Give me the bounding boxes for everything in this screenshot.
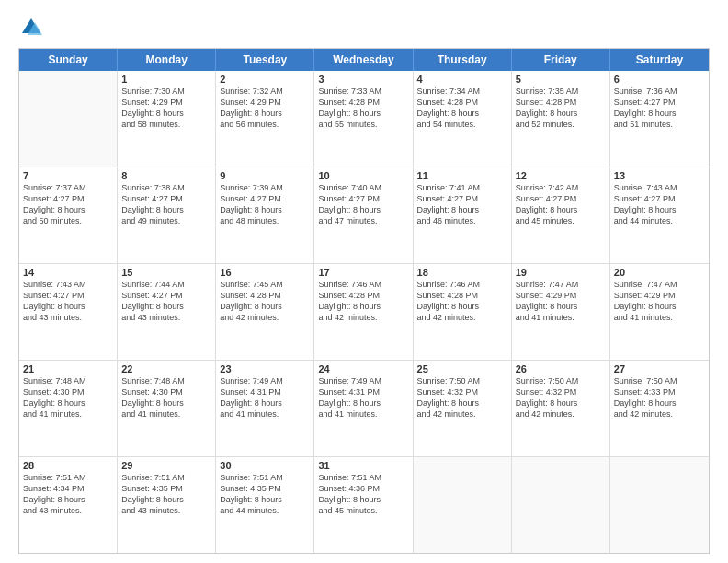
- day-number: 10: [318, 170, 408, 181]
- cell-line: and 54 minutes.: [417, 119, 507, 130]
- cell-line: Sunrise: 7:32 AM: [220, 86, 310, 97]
- cell-line: and 50 minutes.: [23, 215, 113, 226]
- cell-line: and 43 minutes.: [121, 505, 211, 516]
- day-number: 4: [417, 74, 507, 85]
- cal-cell: 13Sunrise: 7:43 AMSunset: 4:27 PMDayligh…: [610, 167, 709, 263]
- cell-line: Sunset: 4:28 PM: [417, 290, 507, 301]
- cal-cell: 22Sunrise: 7:48 AMSunset: 4:30 PMDayligh…: [118, 361, 216, 456]
- cal-cell: [610, 457, 709, 553]
- cell-line: Daylight: 8 hours: [121, 301, 211, 312]
- cal-cell: 14Sunrise: 7:43 AMSunset: 4:27 PMDayligh…: [19, 264, 118, 360]
- cell-line: and 43 minutes.: [23, 312, 113, 323]
- day-number: 14: [23, 267, 113, 278]
- day-number: 6: [614, 74, 705, 85]
- cell-line: and 46 minutes.: [417, 215, 507, 226]
- cell-line: Sunset: 4:27 PM: [318, 193, 408, 204]
- day-number: 16: [220, 267, 310, 278]
- cell-line: Sunrise: 7:46 AM: [318, 279, 408, 290]
- cal-cell: 30Sunrise: 7:51 AMSunset: 4:35 PMDayligh…: [216, 457, 314, 553]
- cell-line: and 42 minutes.: [220, 312, 310, 323]
- day-number: 20: [614, 267, 705, 278]
- cell-line: Sunrise: 7:36 AM: [614, 86, 705, 97]
- day-header-saturday: Saturday: [610, 49, 709, 71]
- cal-cell: 28Sunrise: 7:51 AMSunset: 4:34 PMDayligh…: [19, 457, 118, 553]
- cell-line: Sunrise: 7:44 AM: [121, 279, 211, 290]
- cell-line: Sunrise: 7:38 AM: [121, 182, 211, 193]
- cell-line: Sunset: 4:27 PM: [121, 193, 211, 204]
- cell-line: Daylight: 8 hours: [318, 494, 408, 505]
- day-header-sunday: Sunday: [19, 49, 118, 71]
- day-number: 3: [318, 74, 408, 85]
- cell-line: Sunrise: 7:43 AM: [614, 182, 705, 193]
- cal-cell: 31Sunrise: 7:51 AMSunset: 4:36 PMDayligh…: [314, 457, 413, 553]
- cell-line: Daylight: 8 hours: [417, 301, 507, 312]
- cell-line: Sunset: 4:36 PM: [318, 483, 408, 494]
- cell-line: Sunset: 4:29 PM: [614, 290, 705, 301]
- day-number: 15: [121, 267, 211, 278]
- cell-line: and 52 minutes.: [516, 119, 606, 130]
- day-number: 26: [516, 363, 606, 374]
- cell-line: Sunrise: 7:40 AM: [318, 182, 408, 193]
- logo: [18, 15, 48, 40]
- cell-line: Sunrise: 7:50 AM: [614, 375, 705, 386]
- cal-cell: 15Sunrise: 7:44 AMSunset: 4:27 PMDayligh…: [118, 264, 216, 360]
- day-number: 29: [121, 460, 211, 471]
- cell-line: and 58 minutes.: [121, 119, 211, 130]
- cell-line: Sunrise: 7:33 AM: [318, 86, 408, 97]
- cell-line: Sunset: 4:35 PM: [220, 483, 310, 494]
- day-number: 31: [318, 460, 408, 471]
- day-header-wednesday: Wednesday: [314, 49, 413, 71]
- cell-line: and 45 minutes.: [318, 505, 408, 516]
- cell-line: Sunrise: 7:49 AM: [318, 375, 408, 386]
- cell-line: Sunset: 4:27 PM: [23, 193, 113, 204]
- cell-line: Sunrise: 7:30 AM: [121, 86, 211, 97]
- cell-line: and 41 minutes.: [516, 312, 606, 323]
- header: [18, 15, 710, 40]
- day-number: 12: [516, 170, 606, 181]
- cell-line: Daylight: 8 hours: [121, 108, 211, 119]
- cell-line: Daylight: 8 hours: [417, 108, 507, 119]
- cell-line: and 42 minutes.: [516, 408, 606, 419]
- cell-line: Sunset: 4:27 PM: [614, 193, 705, 204]
- cell-line: Daylight: 8 hours: [417, 397, 507, 408]
- day-number: 27: [614, 363, 705, 374]
- cal-cell: 2Sunrise: 7:32 AMSunset: 4:29 PMDaylight…: [216, 71, 314, 167]
- cell-line: Sunrise: 7:43 AM: [23, 279, 113, 290]
- cell-line: Daylight: 8 hours: [417, 204, 507, 215]
- cell-line: Daylight: 8 hours: [516, 204, 606, 215]
- cell-line: and 51 minutes.: [614, 119, 705, 130]
- cell-line: and 42 minutes.: [417, 408, 507, 419]
- cell-line: Daylight: 8 hours: [23, 494, 113, 505]
- calendar-body: 1Sunrise: 7:30 AMSunset: 4:29 PMDaylight…: [19, 71, 709, 553]
- cell-line: Sunrise: 7:39 AM: [220, 182, 310, 193]
- cell-line: Daylight: 8 hours: [516, 301, 606, 312]
- day-number: 11: [417, 170, 507, 181]
- week-row-2: 7Sunrise: 7:37 AMSunset: 4:27 PMDaylight…: [19, 167, 709, 264]
- cal-cell: 19Sunrise: 7:47 AMSunset: 4:29 PMDayligh…: [512, 264, 610, 360]
- cell-line: Sunrise: 7:50 AM: [417, 375, 507, 386]
- cell-line: Sunset: 4:33 PM: [614, 386, 705, 397]
- cell-line: Sunset: 4:27 PM: [121, 290, 211, 301]
- cal-cell: 24Sunrise: 7:49 AMSunset: 4:31 PMDayligh…: [314, 361, 413, 456]
- cal-cell: 11Sunrise: 7:41 AMSunset: 4:27 PMDayligh…: [414, 167, 512, 263]
- cell-line: Daylight: 8 hours: [614, 204, 705, 215]
- cell-line: and 44 minutes.: [220, 505, 310, 516]
- cell-line: Sunset: 4:29 PM: [220, 97, 310, 108]
- day-number: 28: [23, 460, 113, 471]
- cal-cell: 20Sunrise: 7:47 AMSunset: 4:29 PMDayligh…: [610, 264, 709, 360]
- cell-line: Sunrise: 7:34 AM: [417, 86, 507, 97]
- week-row-4: 21Sunrise: 7:48 AMSunset: 4:30 PMDayligh…: [19, 361, 709, 457]
- cell-line: Sunset: 4:27 PM: [417, 193, 507, 204]
- cell-line: and 55 minutes.: [318, 119, 408, 130]
- cell-line: Sunrise: 7:35 AM: [516, 86, 606, 97]
- cell-line: Daylight: 8 hours: [318, 204, 408, 215]
- cell-line: Daylight: 8 hours: [23, 301, 113, 312]
- week-row-3: 14Sunrise: 7:43 AMSunset: 4:27 PMDayligh…: [19, 264, 709, 361]
- day-number: 23: [220, 363, 310, 374]
- cell-line: Daylight: 8 hours: [614, 301, 705, 312]
- cell-line: Daylight: 8 hours: [23, 204, 113, 215]
- cal-cell: 27Sunrise: 7:50 AMSunset: 4:33 PMDayligh…: [610, 361, 709, 456]
- cell-line: and 42 minutes.: [417, 312, 507, 323]
- cal-cell: 6Sunrise: 7:36 AMSunset: 4:27 PMDaylight…: [610, 71, 709, 167]
- cell-line: Daylight: 8 hours: [614, 108, 705, 119]
